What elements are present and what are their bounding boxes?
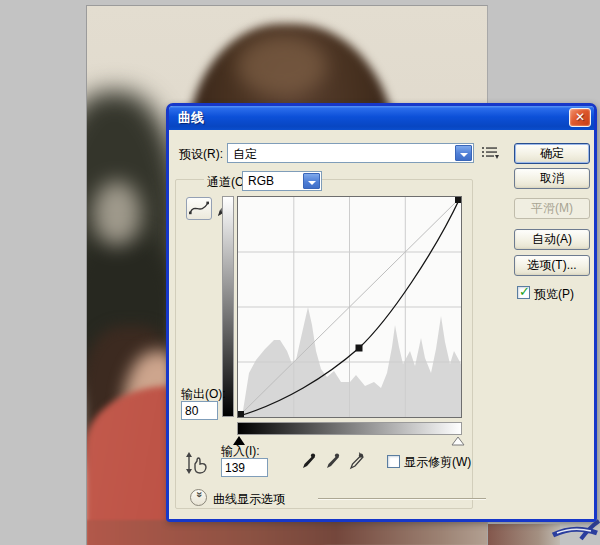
input-gradient-bar — [237, 422, 462, 435]
photo-light-spot — [93, 181, 141, 246]
white-point-slider[interactable] — [451, 435, 465, 449]
double-chevron-down-icon: » — [194, 492, 206, 503]
preset-options-menu-icon[interactable] — [481, 145, 499, 160]
chevron-down-icon[interactable] — [303, 173, 320, 189]
curve-endpoint-shadow — [238, 411, 244, 417]
output-input[interactable] — [181, 401, 218, 420]
output-gradient-bar — [222, 196, 234, 417]
expand-section-button[interactable]: » — [190, 489, 207, 506]
preview-label[interactable]: 预览(P) — [534, 286, 574, 303]
ok-button[interactable]: 确定 — [514, 143, 590, 164]
photo-hair-highlight — [237, 36, 327, 96]
close-button[interactable]: ✕ — [569, 108, 591, 127]
photo-bottom-strip — [87, 520, 488, 545]
dialog-titlebar[interactable]: 曲线 ✕ — [169, 106, 594, 130]
gray-point-eyedropper-icon[interactable] — [323, 452, 340, 475]
channel-value: RGB — [248, 174, 274, 188]
curve-point-selected — [356, 345, 363, 352]
dialog-body: 预设(R): 自定 确定 取消 平滑(M) 自动(A) 选项(T)... ✓ — [169, 130, 594, 519]
show-clipping-label[interactable]: 显示修剪(W) — [404, 454, 471, 471]
show-clipping-checkbox[interactable] — [387, 455, 400, 468]
section-divider — [318, 498, 486, 500]
photo-bottom-extension — [488, 524, 560, 545]
options-button[interactable]: 选项(T)... — [514, 255, 590, 276]
curve-display-options-label[interactable]: 曲线显示选项 — [213, 491, 285, 508]
curves-dialog: 曲线 ✕ 预设(R): 自定 确定 取消 — [166, 103, 597, 522]
preset-value: 自定 — [233, 146, 257, 163]
preset-label: 预设(R): — [179, 146, 223, 163]
smooth-button-disabled: 平滑(M) — [514, 198, 590, 219]
curve-tool-icon — [187, 198, 211, 219]
screen: 曲线 ✕ 预设(R): 自定 确定 取消 — [0, 0, 600, 545]
preview-checkbox[interactable]: ✓ — [517, 286, 530, 299]
chevron-down-icon[interactable] — [455, 145, 472, 161]
white-point-eyedropper-icon[interactable] — [347, 452, 364, 475]
curve-grid[interactable] — [237, 196, 462, 418]
curve-endpoint-highlight — [455, 197, 461, 203]
preset-dropdown[interactable]: 自定 — [227, 143, 474, 163]
cancel-button[interactable]: 取消 — [514, 168, 590, 189]
input-input[interactable] — [221, 458, 268, 477]
dialog-title: 曲线 — [178, 110, 204, 125]
close-icon: ✕ — [575, 110, 585, 124]
auto-button[interactable]: 自动(A) — [514, 229, 590, 250]
check-icon: ✓ — [519, 284, 530, 299]
edit-points-tool-button[interactable] — [186, 197, 212, 220]
black-point-eyedropper-icon[interactable] — [299, 452, 316, 475]
targeted-adjustment-hand-icon[interactable] — [185, 452, 209, 477]
watermark-fragment — [551, 519, 600, 545]
channel-dropdown[interactable]: RGB — [242, 171, 322, 191]
